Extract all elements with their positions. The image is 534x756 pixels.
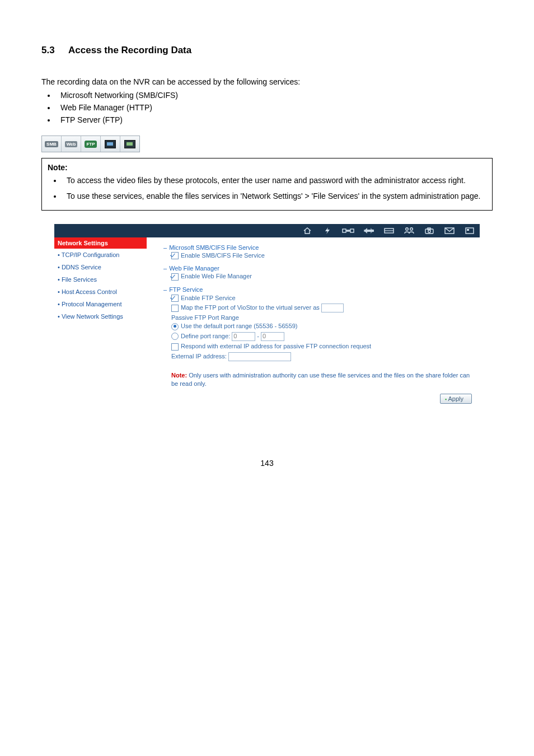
smb-enable-label: Enable SMB/CIFS File Service — [181, 252, 265, 259]
svg-rect-11 — [467, 229, 469, 231]
sidebar-header: Network Settings — [54, 237, 147, 249]
svg-point-5 — [410, 227, 413, 230]
mail-icon[interactable] — [444, 227, 455, 234]
transfer-icon[interactable] — [363, 227, 374, 234]
monitor-icon — [120, 136, 139, 152]
ftp-enable-checkbox[interactable] — [171, 295, 179, 302]
smb-enable-checkbox[interactable] — [171, 252, 179, 259]
admin-sidebar: Network Settings TCP/IP Configuration DD… — [54, 237, 147, 409]
passive-title: Passive FTP Port Range — [171, 314, 472, 321]
section-title: Access the Recording Data — [68, 45, 191, 55]
default-range-radio[interactable] — [171, 323, 179, 330]
network-range-icon[interactable] — [342, 227, 354, 235]
users-icon[interactable] — [404, 227, 415, 235]
sidebar-item-tcpip[interactable]: TCP/IP Configuration — [54, 249, 147, 261]
sidebar-item-protocol[interactable]: Protocol Management — [54, 298, 147, 310]
footnote-label: Note: — [171, 372, 187, 379]
ext-ip-input[interactable] — [228, 352, 291, 361]
range-from-input[interactable]: 0 — [232, 332, 255, 341]
wfm-group-title: –Web File Manager — [163, 265, 472, 272]
intro-text: The recording data on the NVR can be acc… — [41, 77, 493, 86]
camera-icon[interactable] — [424, 227, 435, 234]
wfm-enable-checkbox[interactable] — [171, 273, 179, 281]
note-item: To access the video files by these proto… — [62, 174, 486, 188]
apply-button[interactable]: Apply — [440, 394, 472, 404]
sidebar-item-host[interactable]: Host Access Control — [54, 286, 147, 298]
services-list: Microsoft Networking (SMB/CIFS) Web File… — [41, 91, 493, 124]
admin-footnote: Note: Only users with administration aut… — [171, 371, 472, 389]
footnote-text: Only users with administration authority… — [171, 372, 470, 387]
define-range-label: Define port range: — [181, 333, 230, 339]
ext-ip-label: External IP address: — [171, 352, 227, 359]
define-range-radio[interactable] — [171, 333, 179, 340]
svg-point-7 — [428, 230, 430, 232]
admin-main: –Microsoft SMB/CIFS File Service Enable … — [147, 237, 480, 409]
service-item: Microsoft Networking (SMB/CIFS) — [56, 91, 493, 100]
ftp-respond-label: Respond with external IP address for pas… — [181, 343, 371, 349]
page-number: 143 — [41, 459, 493, 468]
web-icon: Web — [62, 136, 81, 152]
ftp-map-checkbox[interactable] — [171, 305, 179, 312]
home-icon[interactable] — [302, 227, 313, 235]
device-icon[interactable] — [464, 227, 475, 234]
service-item: FTP Server (FTP) — [56, 115, 493, 124]
sidebar-item-ddns[interactable]: DDNS Service — [54, 261, 147, 273]
admin-toolbar — [54, 224, 480, 237]
admin-panel: Network Settings TCP/IP Configuration DD… — [54, 224, 480, 409]
ftp-enable-label: Enable FTP Service — [181, 295, 236, 301]
note-label: Note: — [48, 163, 68, 172]
ftp-map-label: Map the FTP port of VioStor to the virtu… — [181, 304, 320, 311]
sidebar-item-file[interactable]: File Services — [54, 273, 147, 286]
svg-rect-0 — [343, 229, 346, 232]
svg-point-4 — [406, 227, 409, 230]
wfm-enable-label: Enable Web File Manager — [181, 273, 252, 279]
lightning-icon[interactable] — [322, 227, 333, 235]
service-item: Web File Manager (HTTP) — [56, 103, 493, 112]
svg-rect-1 — [350, 229, 354, 232]
section-number: 5.3 — [41, 45, 66, 56]
ftp-map-port-input[interactable] — [321, 304, 344, 312]
protocol-icon-bar: SMB Web FTP — [41, 136, 140, 152]
range-to-input[interactable]: 0 — [261, 332, 284, 341]
ftp-group-title: –FTP Service — [163, 286, 472, 293]
sidebar-item-view[interactable]: View Network Settings — [54, 310, 147, 323]
default-range-label: Use the default port range (55536 - 5655… — [181, 323, 298, 329]
tv-icon — [101, 136, 120, 152]
smb-icon: SMB — [42, 136, 62, 152]
smb-group-title: –Microsoft SMB/CIFS File Service — [163, 244, 472, 251]
drive-icon[interactable] — [383, 227, 395, 234]
section-heading: 5.3 Access the Recording Data — [41, 45, 493, 56]
ftp-respond-checkbox[interactable] — [171, 343, 179, 351]
ftp-icon: FTP — [81, 136, 101, 152]
note-box: Note: To access the video files by these… — [41, 158, 493, 211]
note-item: To use these services, enable the files … — [62, 190, 486, 203]
